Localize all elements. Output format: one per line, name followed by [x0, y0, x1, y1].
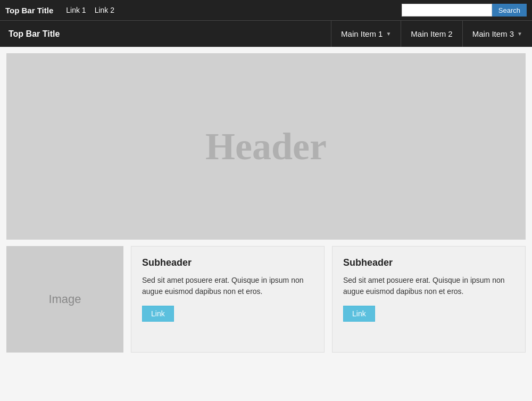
- chevron-down-icon: ▼: [386, 31, 391, 37]
- image-placeholder: Image: [6, 246, 123, 353]
- utility-bar-link-1[interactable]: Link 1: [66, 6, 86, 14]
- content-section: Image Subheader Sed sit amet posuere era…: [0, 246, 532, 359]
- hero-heading: Header: [205, 125, 327, 169]
- utility-bar: Top Bar Title Link 1 Link 2 Search: [0, 0, 532, 20]
- nav-item-3[interactable]: Main Item 3 ▼: [462, 21, 532, 47]
- card-1: Subheader Sed sit amet posuere erat. Qui…: [131, 246, 325, 353]
- search-button[interactable]: Search: [492, 4, 527, 17]
- utility-bar-link-2[interactable]: Link 2: [95, 6, 114, 14]
- search-input[interactable]: [402, 4, 492, 17]
- card-2-link-button[interactable]: Link: [343, 306, 375, 322]
- chevron-down-icon-2: ▼: [517, 31, 522, 37]
- card-1-subheader: Subheader: [142, 257, 313, 268]
- card-2-body: Sed sit amet posuere erat. Quisque in ip…: [343, 275, 514, 297]
- utility-bar-search: Search: [402, 4, 527, 17]
- card-1-body: Sed sit amet posuere erat. Quisque in ip…: [142, 275, 313, 297]
- nav-items: Main Item 1 ▼ Main Item 2 Main Item 3 ▼: [331, 21, 532, 47]
- image-placeholder-label: Image: [48, 292, 81, 306]
- nav-item-1[interactable]: Main Item 1 ▼: [331, 21, 401, 47]
- card-2: Subheader Sed sit amet posuere erat. Qui…: [332, 246, 526, 353]
- nav-item-2-label: Main Item 2: [411, 29, 452, 38]
- card-2-subheader: Subheader: [343, 257, 514, 268]
- nav-item-1-label: Main Item 1: [341, 29, 383, 38]
- nav-item-3-label: Main Item 3: [472, 29, 514, 38]
- utility-bar-title: Top Bar Title: [5, 6, 53, 15]
- card-1-link-button[interactable]: Link: [142, 306, 174, 322]
- hero-section: Header: [6, 53, 526, 240]
- nav-item-2[interactable]: Main Item 2: [401, 21, 462, 47]
- main-nav: Top Bar Title Main Item 1 ▼ Main Item 2 …: [0, 20, 532, 47]
- main-nav-title: Top Bar Title: [0, 21, 331, 47]
